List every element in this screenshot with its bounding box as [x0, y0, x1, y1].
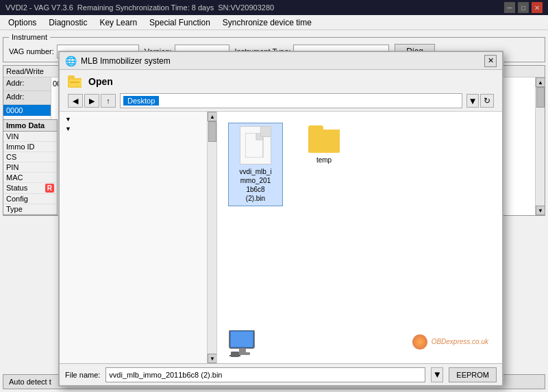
- forward-button[interactable]: ▶: [84, 94, 99, 108]
- dialog-footer: File name: ▼ EEPROM: [60, 363, 502, 385]
- immo-vin: VIN: [3, 132, 57, 142]
- immo-type: Type: [3, 204, 57, 215]
- left-scrollbar[interactable]: ▲ ▼: [207, 112, 216, 363]
- up-button[interactable]: ↑: [101, 94, 116, 108]
- sync-info: Remaining Synchronization Time: 8 days: [77, 3, 214, 12]
- file-list: vvdi_mlb_immo_2011b6c8(2).bin temp: [217, 112, 502, 325]
- immo-pin: PIN: [3, 162, 57, 173]
- dialog-globe-icon: 🌐: [65, 56, 77, 66]
- left-scroll-down[interactable]: ▼: [208, 354, 217, 363]
- filename-input[interactable]: [105, 367, 425, 382]
- scrollbar-readwrite[interactable]: ▲ ▼: [535, 77, 545, 215]
- computer-icon: [228, 330, 259, 358]
- file-browser: ▼ ▼ ▲ ▼: [60, 112, 502, 363]
- file-item-bin[interactable]: vvdi_mlb_immo_2011b6c8(2).bin: [228, 123, 283, 206]
- close-button[interactable]: ✕: [532, 2, 543, 13]
- dialog-close-button[interactable]: ✕: [484, 55, 497, 67]
- title-bar: VVDI2 - VAG V7.3.6 Remaining Synchroniza…: [0, 0, 548, 15]
- immo-config: Config: [3, 194, 57, 204]
- open-folder-icon: [68, 75, 83, 88]
- bin-file-icon: [240, 126, 271, 164]
- svg-rect-9: [239, 348, 246, 352]
- menu-synctime[interactable]: Synchronize device time: [217, 16, 317, 29]
- menu-bar: Options Diagnostic Key Learn Special Fun…: [0, 15, 548, 30]
- scroll-thumb[interactable]: [536, 87, 545, 108]
- vag-label: VAG number:: [9, 47, 54, 56]
- bin-file-label: vvdi_mlb_immo_2011b6c8(2).bin: [239, 167, 271, 203]
- dialog-title: MLB Immobilizer system: [81, 56, 171, 66]
- document-svg: [245, 133, 266, 158]
- obd-watermark: OBDexpress.co.uk: [412, 334, 488, 350]
- svg-rect-6: [256, 133, 263, 140]
- svg-rect-12: [231, 352, 239, 357]
- addr-header2: Addr:: [3, 91, 51, 105]
- maximize-button[interactable]: □: [518, 2, 529, 13]
- app-title: VVDI2 - VAG V7.3.6: [5, 3, 73, 12]
- tree-area: ▼ ▼: [60, 112, 207, 363]
- dialog-titlebar: 🌐 MLB Immobilizer system ✕: [60, 52, 502, 70]
- open-section: Open: [60, 70, 502, 90]
- nav-refresh-button[interactable]: ↻: [480, 94, 494, 108]
- left-scroll-track: [208, 121, 216, 354]
- nav-bar: ◀ ▶ ↑ Desktop ▼ ↻: [60, 90, 502, 112]
- addr-header: Addr:: [3, 77, 51, 91]
- file-item-folder[interactable]: temp: [297, 123, 351, 206]
- path-segment[interactable]: Desktop: [123, 96, 159, 106]
- left-scroll-up[interactable]: ▲: [208, 112, 217, 121]
- scroll-down[interactable]: ▼: [536, 206, 545, 215]
- folder-icon: [308, 125, 340, 153]
- minimize-button[interactable]: ─: [504, 2, 515, 13]
- sn-info: SN:VV20903280: [218, 3, 274, 12]
- left-scroll-thumb[interactable]: [208, 121, 216, 142]
- tree-item-2[interactable]: ▼: [62, 124, 204, 134]
- immo-data-label: Immo Data: [3, 119, 58, 131]
- svg-rect-8: [231, 332, 253, 347]
- r-badge: R: [45, 184, 54, 193]
- nav-path-bar: Desktop: [120, 93, 462, 108]
- tree-arrow-1: ▼: [65, 116, 71, 123]
- immo-id: Immo ID: [3, 142, 57, 152]
- main-container: Instrument VAG number: Version: Instrume…: [0, 30, 548, 392]
- filename-dropdown-button[interactable]: ▼: [431, 367, 443, 382]
- nav-dropdown-button[interactable]: ▼: [466, 94, 479, 108]
- immo-mac: MAC: [3, 173, 57, 183]
- left-pane: ▼ ▼ ▲ ▼: [60, 112, 217, 363]
- open-label: Open: [88, 76, 113, 87]
- menu-options[interactable]: Options: [3, 16, 42, 29]
- folder-label: temp: [316, 156, 332, 164]
- tree-arrow-2: ▼: [65, 125, 71, 132]
- menu-specialfunction[interactable]: Special Function: [144, 16, 216, 29]
- eeprom-button[interactable]: EEPROM: [449, 367, 497, 382]
- scroll-track: [536, 87, 545, 206]
- obd-logo-circle: [412, 334, 427, 350]
- menu-diagnostic[interactable]: Diagnostic: [43, 16, 92, 29]
- scroll-up[interactable]: ▲: [536, 77, 545, 87]
- svg-rect-2: [69, 79, 82, 86]
- immo-data-panel: Immo Data VIN Immo ID CS PIN MAC StatusR…: [3, 119, 58, 215]
- immo-status: StatusR: [3, 183, 57, 194]
- right-pane: vvdi_mlb_immo_2011b6c8(2).bin temp: [217, 112, 502, 363]
- folder-body: [308, 130, 340, 153]
- filename-label: File name:: [65, 371, 100, 379]
- svg-rect-4: [245, 133, 263, 158]
- back-button[interactable]: ◀: [68, 94, 83, 108]
- immo-cs: CS: [3, 152, 57, 162]
- addr-row-0000: 0000: [3, 105, 51, 116]
- svg-rect-1: [68, 75, 75, 79]
- menu-keylearn[interactable]: Key Learn: [94, 16, 142, 29]
- mlb-dialog: 🌐 MLB Immobilizer system ✕ Open ◀ ▶ ↑: [58, 51, 503, 387]
- tree-item-1[interactable]: ▼: [62, 114, 204, 124]
- instrument-legend: Instrument: [9, 33, 50, 41]
- obd-brand: OBDexpress.co.uk: [432, 338, 488, 345]
